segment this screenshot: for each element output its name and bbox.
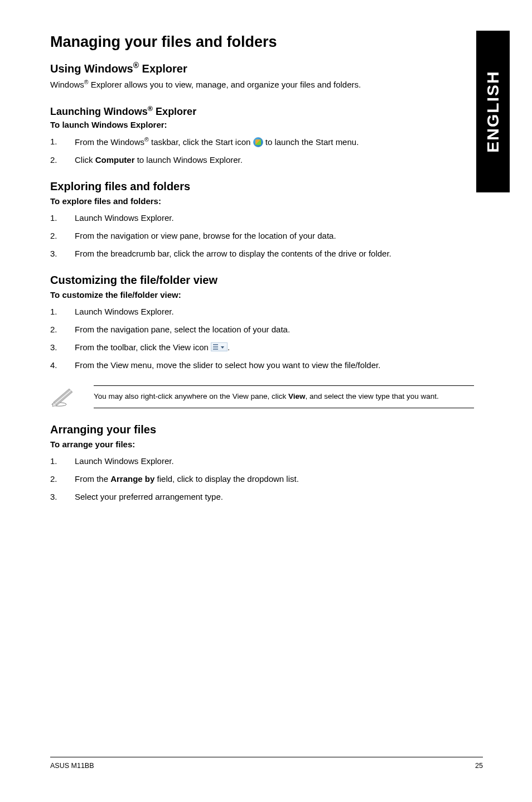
list-item: 1. From the Windows® taskbar, click the … — [50, 135, 474, 149]
list-launching: 1. From the Windows® taskbar, click the … — [50, 135, 474, 167]
start-icon — [253, 137, 263, 147]
pencil-icon — [50, 385, 75, 410]
list-arranging: 1.Launch Windows Explorer. 2. From the A… — [50, 455, 474, 504]
heading-launching: Launching Windows® Explorer — [50, 105, 474, 118]
page-content: Managing your files and folders Using Wi… — [50, 33, 474, 517]
list-item: 2.From the navigation or view pane, brow… — [50, 229, 474, 243]
section-exploring: Exploring files and folders To explore f… — [50, 180, 474, 260]
reg-mark: ® — [133, 61, 139, 70]
list-exploring: 1.Launch Windows Explorer. 2.From the na… — [50, 211, 474, 260]
list-item: 2.From the navigation pane, select the l… — [50, 323, 474, 336]
sub-customizing: To customize the file/folder view: — [50, 290, 474, 299]
list-customizing: 1.Launch Windows Explorer. 2.From the na… — [50, 305, 474, 372]
list-item: 3. From the toolbar, click the View icon… — [50, 341, 474, 354]
page-title: Managing your files and folders — [50, 33, 474, 51]
footer-left: ASUS M11BB — [50, 762, 94, 770]
list-item: 1.Launch Windows Explorer. — [50, 211, 474, 225]
svg-line-3 — [55, 390, 71, 404]
language-tab: ENGLISH — [476, 31, 510, 192]
sub-exploring: To explore files and folders: — [50, 196, 474, 206]
view-icon — [211, 342, 228, 351]
page-footer: ASUS M11BB 25 — [50, 757, 483, 770]
section-customizing: Customizing the file/folder view To cust… — [50, 274, 474, 410]
note: You may also right-click anywhere on the… — [50, 385, 474, 410]
section-using-explorer: Using Windows® Explorer Windows® Explore… — [50, 61, 474, 89]
reg-mark: ® — [84, 79, 89, 85]
reg-mark: ® — [148, 105, 153, 113]
heading-exploring: Exploring files and folders — [50, 180, 474, 193]
list-item: 3.From the breadcrumb bar, click the arr… — [50, 247, 474, 260]
section-launching: Launching Windows® Explorer To launch Wi… — [50, 105, 474, 167]
list-item: 1.Launch Windows Explorer. — [50, 305, 474, 318]
list-item: 2. Click Computer to launch Windows Expl… — [50, 153, 474, 167]
sub-arranging: To arrange your files: — [50, 439, 474, 449]
list-item: 2. From the Arrange by field, click to d… — [50, 472, 474, 486]
note-text: You may also right-click anywhere on the… — [94, 385, 474, 408]
heading-using-explorer: Using Windows® Explorer — [50, 61, 474, 75]
list-item: 4.From the View menu, move the slider to… — [50, 359, 474, 372]
list-item: 3.Select your preferred arrangement type… — [50, 490, 474, 504]
intro-text: Windows® Explorer allows you to view, ma… — [50, 79, 474, 89]
heading-arranging: Arranging your files — [50, 423, 474, 436]
section-arranging: Arranging your files To arrange your fil… — [50, 423, 474, 504]
heading-customizing: Customizing the file/folder view — [50, 274, 474, 287]
sub-launching: To launch Windows Explorer: — [50, 120, 474, 129]
footer-page-number: 25 — [475, 762, 483, 770]
list-item: 1.Launch Windows Explorer. — [50, 455, 474, 468]
reg-mark: ® — [144, 136, 149, 143]
language-tab-label: ENGLISH — [483, 70, 502, 152]
